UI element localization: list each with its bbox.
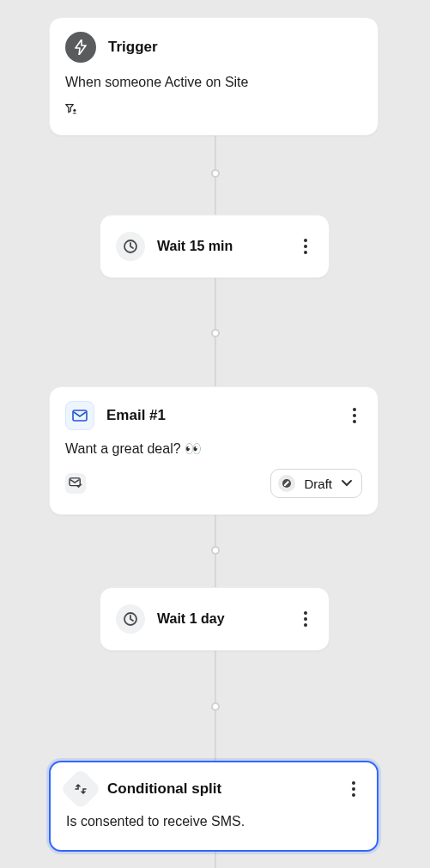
status-dropdown[interactable]: Draft	[270, 469, 362, 498]
trigger-title: Trigger	[108, 39, 158, 56]
envelope-check-icon[interactable]	[65, 473, 86, 494]
email-subject: Want a great deal? 👀	[50, 430, 378, 457]
wait-label: Wait 1 day	[157, 611, 286, 627]
connector-line	[215, 851, 216, 868]
conditional-split-card[interactable]: Conditional split Is consented to receiv…	[49, 761, 379, 852]
add-step-dot[interactable]	[211, 546, 220, 555]
add-step-dot[interactable]	[211, 169, 220, 178]
pencil-icon	[278, 475, 295, 492]
clock-icon	[116, 604, 145, 634]
email-title: Email #1	[106, 407, 335, 424]
chevron-down-icon	[341, 479, 353, 488]
envelope-icon	[65, 401, 94, 430]
status-label: Draft	[304, 476, 332, 491]
email-menu-button[interactable]	[347, 408, 362, 423]
conditional-menu-button[interactable]	[346, 781, 361, 797]
flow-canvas[interactable]: Trigger When someone Active on Site Wait…	[0, 0, 430, 868]
conditional-description: Is consented to receive SMS.	[51, 804, 377, 843]
add-step-dot[interactable]	[211, 702, 220, 711]
wait-card-2[interactable]: Wait 1 day	[100, 587, 330, 651]
wait-menu-button[interactable]	[298, 239, 313, 254]
svg-point-0	[73, 109, 76, 112]
add-step-dot[interactable]	[211, 329, 220, 337]
trigger-card[interactable]: Trigger When someone Active on Site	[49, 17, 379, 136]
wait-label: Wait 15 min	[157, 239, 286, 254]
svg-rect-2	[73, 410, 87, 421]
wait-card-1[interactable]: Wait 15 min	[100, 215, 330, 278]
svg-rect-3	[70, 478, 80, 486]
filter-user-icon[interactable]	[65, 104, 77, 116]
clock-icon	[116, 232, 145, 261]
conditional-title: Conditional split	[107, 780, 334, 798]
email-card-1[interactable]: Email #1 Want a great deal? 👀	[49, 386, 379, 515]
wait-menu-button[interactable]	[298, 611, 313, 627]
trigger-lightning-icon	[65, 32, 96, 63]
trigger-description: When someone Active on Site	[65, 75, 362, 90]
